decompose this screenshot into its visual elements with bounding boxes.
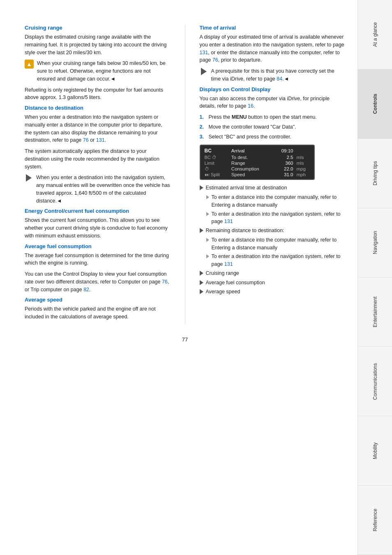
bullet-remaining-distance-text: Remaining distance to destination: (206, 227, 284, 235)
link-76b[interactable]: 76 (162, 279, 168, 285)
sidebar-item-navigation[interactable]: Navigation (358, 208, 392, 278)
cruising-range-para2: Refueling is only registered by the comp… (25, 86, 171, 102)
bullet-triangle-5 (200, 289, 203, 294)
sub-text-2: To enter a destination into the navigati… (212, 210, 346, 226)
bc-row-speed: ⏭ Split Speed 31.0 mph (203, 172, 311, 177)
sub-list-arrival: To enter a distance into the computer ma… (200, 193, 346, 226)
warning-box: ▲ When your cruising range falls below 3… (25, 60, 171, 83)
step-1-text: Press the MENU button to open the start … (209, 113, 317, 121)
sidebar-item-entertainment[interactable]: Entertainment (358, 278, 392, 347)
bc-row-range: Limit Range 360 mls (203, 160, 311, 166)
sidebar-item-communications[interactable]: Communications (358, 347, 392, 416)
step-2: 2. Move the controller toward "Car Data"… (200, 123, 346, 131)
step-1-num: 1. (200, 113, 206, 121)
bullet-remaining-distance: Remaining distance to destination: (200, 227, 346, 235)
sub-text-1: To enter a distance into the computer ma… (212, 193, 346, 209)
link-131b[interactable]: 131 (200, 50, 208, 55)
bc-todest-value: 2.5 (274, 154, 295, 160)
left-column: Cruising range Displays the estimated cr… (25, 25, 171, 324)
bc-arrival-unit (295, 147, 311, 154)
average-fuel-para2: You can use the Control Display to view … (25, 270, 171, 293)
sidebar-item-reference[interactable]: Reference (358, 486, 392, 555)
sub-text-4: To enter a destination into the navigati… (212, 253, 346, 268)
bc-todest-label: To dest. (230, 154, 274, 160)
distance-para1: When you enter a destination into the na… (25, 113, 171, 144)
energy-control-para: Shows the current fuel consumption. This… (25, 216, 171, 240)
sidebar-label-controls: Controls (372, 94, 378, 114)
sidebar-label-mobility: Mobility (372, 442, 378, 459)
note-triangle-icon-arrival (200, 67, 208, 76)
bullet-average-fuel: Average fuel consumption (200, 279, 346, 287)
link-16[interactable]: 16 (248, 103, 254, 109)
time-of-arrival-para: A display of your estimated time of arri… (200, 33, 346, 64)
section-cruising-range: Cruising range Displays the estimated cr… (25, 25, 171, 101)
average-speed-para: Periods with the vehicle parked and the … (25, 305, 171, 321)
sidebar-item-driving-tips[interactable]: Driving tips (358, 139, 392, 208)
step-1: 1. Press the MENU button to open the sta… (200, 113, 346, 121)
column-divider (185, 25, 185, 324)
page-number: 77 (25, 336, 345, 343)
sub-triangle-4 (206, 254, 209, 258)
average-fuel-heading: Average fuel consumption (25, 243, 171, 249)
bc-arrival-label: Arrival (230, 147, 274, 154)
section-displays-control-display: Displays on Control Display You can also… (200, 86, 346, 296)
bc-row-arrival: BC Arrival 09:10 (203, 147, 311, 154)
sub-triangle-2 (206, 212, 209, 216)
sidebar-label-at-a-glance: At a glance (372, 22, 378, 47)
bc-speed-value: 31.0 (274, 172, 295, 177)
right-column: Time of arrival A display of your estima… (200, 25, 346, 324)
link-76a[interactable]: 76 (83, 137, 89, 143)
note-box-arrival: A prerequisite for this is that you have… (200, 67, 346, 83)
link-84[interactable]: 84 (277, 76, 282, 82)
bullet-estimated-arrival: Estimated arrival time at destination (200, 184, 346, 192)
bc-consumption-unit: mpg (295, 166, 311, 172)
sub-list-remaining: To enter a distance into the computer ma… (200, 236, 346, 268)
displays-heading: Displays on Control Display (200, 86, 346, 92)
link-131c[interactable]: 131 (224, 219, 233, 224)
average-speed-heading: Average speed (25, 297, 171, 303)
main-content: Cruising range Displays the estimated cr… (0, 0, 357, 555)
two-column-layout: Cruising range Displays the estimated cr… (25, 25, 345, 324)
step-3: 3. Select "BC" and press the controller. (200, 133, 346, 141)
bc-range-label: Range (230, 160, 274, 166)
bc-row-todest: BC ⏱ To dest. 2.5 mls (203, 154, 311, 160)
bc-range-value: 360 (274, 160, 295, 166)
sidebar-item-controls[interactable]: Controls (358, 69, 392, 139)
sub-bullet-nav-131-1: To enter a destination into the navigati… (206, 210, 346, 226)
sub-text-3: To enter a distance into the computer ma… (212, 236, 346, 252)
sub-triangle-3 (206, 238, 209, 242)
bc-speed-label: Speed (230, 172, 274, 177)
cruising-range-para1: Displays the estimated cruising range av… (25, 33, 171, 56)
step-2-text: Move the controller toward "Car Data". (209, 123, 296, 131)
note-text-arrival: A prerequisite for this is that you have… (211, 67, 346, 83)
bc-arrival-value: 09:10 (274, 147, 295, 154)
link-76c[interactable]: 76 (212, 57, 218, 63)
sidebar-label-navigation: Navigation (372, 231, 378, 254)
sidebar-label-communications: Communications (372, 363, 378, 400)
bullet-triangle-1 (200, 185, 203, 190)
warning-text: When your cruising range falls below 30 … (37, 60, 171, 83)
warning-icon: ▲ (25, 60, 34, 69)
bc-row-consumption: ⏱ Consumption 22.0 mpg (203, 166, 311, 172)
sidebar-label-reference: Reference (372, 509, 378, 531)
sidebar-item-mobility[interactable]: Mobility (358, 416, 392, 486)
features-list: Estimated arrival time at destination To… (200, 184, 346, 296)
section-distance-to-destination: Distance to destination When you enter a… (25, 105, 171, 205)
note-text-distance: When you enter a destination into the na… (36, 174, 171, 205)
link-131d[interactable]: 131 (224, 261, 233, 267)
bc-display: BC Arrival 09:10 BC ⏱ To dest. 2.5 mls (200, 145, 315, 180)
step-3-num: 3. (200, 133, 206, 141)
sidebar-item-at-a-glance[interactable]: At a glance (358, 0, 392, 69)
cruising-range-heading: Cruising range (25, 25, 171, 31)
link-131a[interactable]: 131 (96, 137, 105, 143)
bullet-cruising-range-text: Cruising range (206, 269, 239, 277)
link-82[interactable]: 82 (83, 287, 89, 292)
sidebar-label-driving-tips: Driving tips (372, 161, 378, 185)
bc-todest-unit: mls (295, 154, 311, 160)
bc-todest-icon: BC ⏱ (203, 154, 230, 160)
bc-display-table: BC Arrival 09:10 BC ⏱ To dest. 2.5 mls (203, 147, 311, 177)
note-box-distance: When you enter a destination into the na… (25, 174, 171, 205)
energy-control-heading: Energy Control/current fuel consumption (25, 208, 171, 214)
distance-to-destination-heading: Distance to destination (25, 105, 171, 111)
bc-consumption-icon: ⏱ (203, 166, 230, 172)
